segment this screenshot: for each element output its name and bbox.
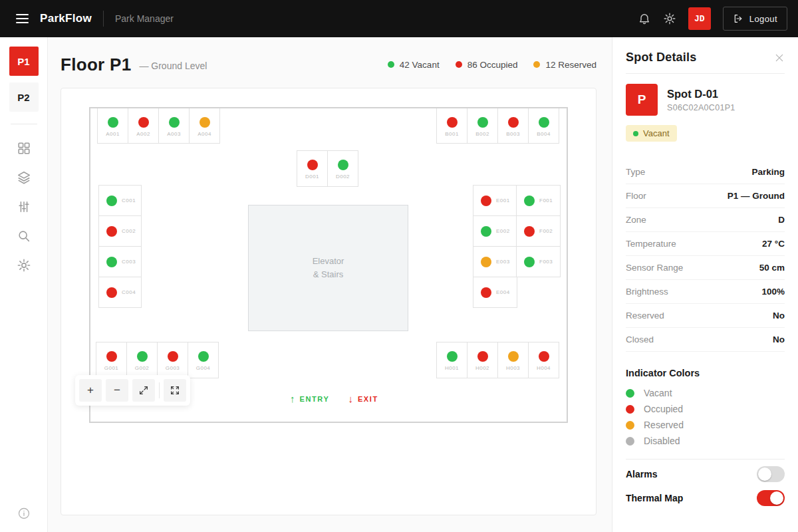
parking-spot-G002[interactable]: G002 [126,342,158,378]
panel-divider-2 [626,459,785,460]
detail-label: Sensor Range [626,263,683,273]
search-icon[interactable] [17,229,31,243]
vacant-dot [539,117,549,128]
parking-spot-F002[interactable]: F002 [516,215,561,247]
parking-spot-A002[interactable]: A002 [128,108,159,144]
parking-spot-A003[interactable]: A003 [158,108,190,144]
parking-spot-B003[interactable]: B003 [497,108,529,144]
panel-title: Spot Details [626,51,696,65]
elevator-label-line1: Elevator [313,255,344,268]
parking-spot-F001[interactable]: F001 [516,185,561,216]
disabled-dot [626,437,634,446]
occupied-dot [477,351,488,362]
parking-spot-H004[interactable]: H004 [528,342,559,378]
brand-logo: ParkFlow [40,12,92,25]
parking-spot-B001[interactable]: B001 [436,108,467,144]
vacant-dot [626,389,634,398]
spot-label: A002 [136,131,150,137]
hamburger-menu-icon[interactable] [16,14,29,23]
dashboard-grid-icon[interactable] [17,141,31,156]
zone-e: E001E002E003E004 [473,185,517,308]
parking-spot-G003[interactable]: G003 [157,342,188,378]
occupied-dot [539,351,549,362]
spot-label: B002 [475,131,489,137]
spot-label: H003 [506,365,520,371]
legend-label: 42 Vacant [400,60,440,70]
occupied-dot [508,117,519,128]
settings-gear-icon-sidebar[interactable] [17,258,31,273]
parking-spot-E004[interactable]: E004 [473,277,517,308]
parking-spot-C002[interactable]: C002 [98,215,142,247]
fullscreen-button[interactable] [164,379,186,402]
spot-label: F001 [539,198,553,203]
detail-row-sensor-range: Sensor Range50 cm [626,256,785,280]
expand-diagonal-button[interactable] [132,379,155,402]
detail-row-type: TypeParking [626,160,785,184]
parking-spot-E002[interactable]: E002 [473,215,517,247]
parking-spot-D002[interactable]: D002 [327,150,358,187]
detail-label: Temperature [626,239,676,249]
page-title: Floor P1 [61,55,131,75]
spot-label: A003 [167,131,181,137]
zoom-out-button[interactable]: − [106,379,128,402]
detail-label: Type [626,167,645,177]
parking-spot-H002[interactable]: H002 [467,342,498,378]
floor-switcher: P1P2 [9,47,39,118]
parking-spot-D001[interactable]: D001 [297,150,328,187]
logout-button[interactable]: Logout [723,7,787,31]
occupied-dot [481,196,491,206]
logout-icon [733,13,743,24]
vacant-dot [524,196,535,206]
parking-spot-H001[interactable]: H001 [436,342,467,378]
reserved-dot [626,421,634,430]
settings-gear-icon[interactable] [663,12,676,25]
detail-label: Brightness [626,287,668,297]
spot-label: H004 [537,365,551,371]
filters-sliders-icon[interactable] [17,200,31,214]
parking-spot-G004[interactable]: G004 [188,342,219,378]
exit-gate: ↓ EXIT [348,393,378,404]
spot-label: G001 [104,365,119,371]
vacant-dot [169,117,180,128]
alarms-toggle[interactable] [757,466,785,482]
entry-label: ENTRY [300,395,330,403]
parking-spot-B004[interactable]: B004 [528,108,559,144]
zoom-in-button[interactable]: + [79,379,102,402]
close-icon[interactable] [774,53,785,63]
notifications-bell-icon[interactable] [638,12,651,25]
floor-header: Floor P1 — Ground Level 42 Vacant86 Occu… [48,37,612,88]
spot-name: Spot D-01 [667,88,735,100]
spot-label: C004 [122,289,136,295]
parking-badge: P [626,84,658,116]
parking-spot-C001[interactable]: C001 [98,185,142,216]
layers-icon[interactable] [17,170,31,185]
thermal-map-toggle[interactable] [757,490,785,506]
detail-value: P1 — Ground [728,191,785,201]
toggle-row-alarms: Alarms [626,462,785,486]
parking-spot-B002[interactable]: B002 [467,108,498,144]
indicator-disabled: Disabled [626,433,785,449]
panel-divider [626,73,785,74]
spot-code: S06C02A0C01P1 [667,103,735,112]
parking-spot-G001[interactable]: G001 [96,342,127,378]
vacant-dot [481,226,491,237]
spot-label: H001 [445,365,459,371]
parking-spot-A004[interactable]: A004 [189,108,220,144]
spot-details-list: TypeParkingFloorP1 — GroundZoneDTemperat… [626,160,785,352]
parking-spot-E001[interactable]: E001 [473,185,517,216]
user-avatar[interactable]: JD [688,7,711,30]
parking-spot-F003[interactable]: F003 [516,246,561,277]
parking-spot-H003[interactable]: H003 [497,342,529,378]
sidebar-floor-p1[interactable]: P1 [9,47,39,76]
detail-row-reserved: ReservedNo [626,304,785,328]
sidebar-floor-p2[interactable]: P2 [9,82,39,112]
spot-label: C003 [122,259,136,265]
occupied-dot [106,287,117,298]
parking-spot-C004[interactable]: C004 [98,277,142,308]
parking-spot-A001[interactable]: A001 [97,108,128,144]
occupied-dot [524,226,535,237]
parking-spot-C003[interactable]: C003 [98,246,142,277]
parking-spot-E003[interactable]: E003 [473,246,517,277]
info-icon[interactable] [17,507,31,520]
reserved-dot [508,351,519,362]
